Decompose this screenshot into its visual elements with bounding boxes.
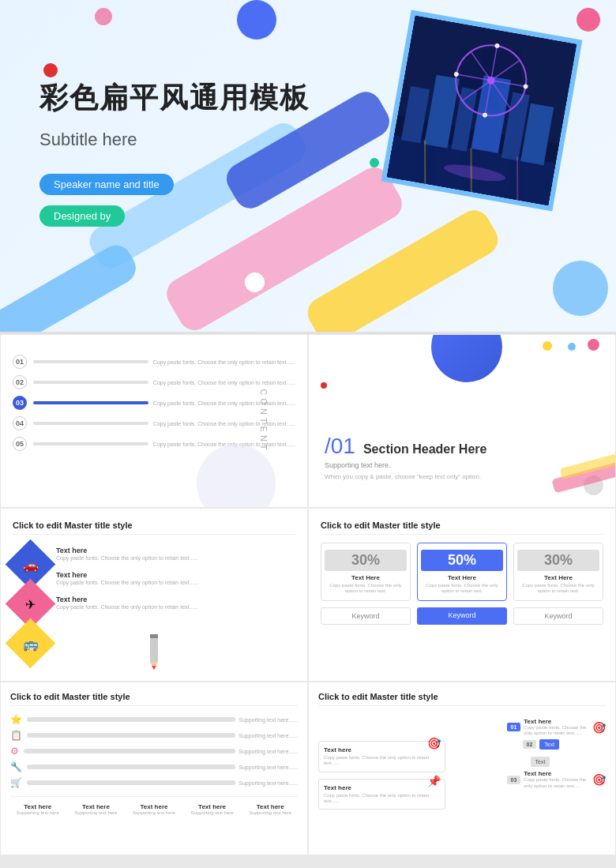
content-item-4: 04 Copy paste fonts. Choose the only opt… xyxy=(13,416,295,430)
section-cyan-dot xyxy=(568,343,576,351)
slide-content-list: 01 Copy paste fonts. Choose the only opt… xyxy=(0,334,308,508)
slide4-title: Click to edit Master title style xyxy=(13,520,295,535)
feature-line-4 xyxy=(27,765,235,769)
diag-label-2: Text here xyxy=(56,571,295,579)
stat-percent-3: 30% xyxy=(517,550,599,571)
flow-right-item-01: 01 Text here Copy paste fonts. Choose th… xyxy=(507,718,607,736)
content-item-1: 01 Copy paste fonts. Choose the only opt… xyxy=(13,355,295,369)
feat-box-sub-3: Supporting text here xyxy=(126,810,182,815)
feature-line-3 xyxy=(24,749,235,753)
feature-row-5: 🛒 Supporting text here...... xyxy=(10,777,298,788)
feat-box-title-5: Text here xyxy=(242,803,298,810)
pencil-decoration xyxy=(142,634,166,677)
feature-text-2: Supporting text here...... xyxy=(239,733,298,738)
diagram-text-3: Text here Copy paste fonts. Choose the o… xyxy=(56,596,295,611)
feature-icon-2: 📋 xyxy=(10,730,22,741)
section-pink-dot xyxy=(588,339,599,351)
feature-text-3: Supporting text here...... xyxy=(239,749,298,754)
diag-label-3: Text here xyxy=(56,596,295,603)
flow-text-left-2: Text here xyxy=(324,784,440,791)
content-line-2 xyxy=(33,381,148,384)
feat-box-title-1: Text here xyxy=(10,803,66,810)
diagram-text-2: Text here Copy paste fonts. Choose the o… xyxy=(56,571,295,586)
section-red-dot xyxy=(321,382,327,389)
feat-box-sub-1: Supporting text here xyxy=(10,810,66,815)
content-text-2: Copy paste fonts. Choose the only option… xyxy=(153,380,295,385)
stripe-yellow xyxy=(302,205,503,332)
content-text-4: Copy paste fonts. Choose the only option… xyxy=(153,421,295,426)
stat-card-3: 30% Text Here Copy paste fonts. Choose t… xyxy=(513,543,603,601)
svg-rect-26 xyxy=(150,634,158,638)
flow-right-title-03: Text here xyxy=(524,770,589,777)
feat-box-sub-2: Supporting text here xyxy=(69,810,124,815)
section-header-text: Section Header Here xyxy=(363,442,487,457)
diagram-text-blocks: Text here Copy paste fonts. Choose the o… xyxy=(56,547,295,611)
hero-content: 彩色扁平风通用模板 Subtitle here Speaker name and… xyxy=(39,79,310,227)
feature-text-5: Supporting text here...... xyxy=(239,780,298,786)
diamond-blue-wrap: 🚗 xyxy=(13,547,48,582)
content-line-4 xyxy=(33,422,148,425)
section-support: Supporting text here. xyxy=(325,461,599,469)
flow-right-desc-01: Copy paste fonts. Choose the only option… xyxy=(524,725,589,736)
feature-row-4: 🔧 Supporting text here...... xyxy=(10,761,298,772)
flow-right-content-01: Text here Copy paste fonts. Choose the o… xyxy=(524,718,589,736)
feature-icon-5: 🛒 xyxy=(10,777,22,788)
keyword-btn-2[interactable]: Keyword xyxy=(417,607,507,625)
hero-title: 彩色扁平风通用模板 xyxy=(39,79,310,118)
slide5-title: Click to edit Master title style xyxy=(321,520,603,535)
keyword-row: Keyword Keyword Keyword xyxy=(321,607,603,625)
feature-icon-4: 🔧 xyxy=(10,761,22,772)
circle-pink-right xyxy=(577,8,600,32)
slide-features: Click to edit Master title style ⭐ Suppo… xyxy=(0,682,308,855)
flow-right-content-03: Text here Copy paste fonts. Choose the o… xyxy=(524,770,589,788)
content-item-2: 02 Copy paste fonts. Choose the only opt… xyxy=(13,375,295,389)
stats-grid: 30% Text Here Copy paste fonts. Choose t… xyxy=(321,543,603,601)
keyword-btn-3[interactable]: Keyword xyxy=(513,607,603,625)
feature-row-3: ⚙ Supporting text here...... xyxy=(10,746,298,757)
circle-teal xyxy=(370,158,379,167)
content-line-1 xyxy=(33,360,148,363)
city-night-graphic xyxy=(387,16,577,206)
feature-line-1 xyxy=(27,717,235,722)
feature-row-2: 📋 Supporting text here...... xyxy=(10,730,298,741)
section-number: /01 xyxy=(325,434,355,459)
flow-num-01: 01 xyxy=(507,723,521,731)
stat-desc-1: Copy paste fonts. Choose the only option… xyxy=(325,583,407,594)
diamond-yellow-icon: 🚌 xyxy=(23,636,39,651)
keyword-btn-1[interactable]: Keyword xyxy=(321,607,411,625)
designed-tag[interactable]: Designed by xyxy=(39,205,125,227)
circle-red-sm xyxy=(43,63,58,77)
circle-pink-top xyxy=(95,8,112,25)
flow-right-desc-03: Copy paste fonts. Choose the only option… xyxy=(524,777,589,788)
section-header-row: /01 Section Header Here xyxy=(325,394,599,459)
section-content: /01 Section Header Here Supporting text … xyxy=(325,394,599,480)
slide6-title: Click to edit Master title style xyxy=(10,692,298,706)
feat-box-2: Text here Supporting text here xyxy=(69,803,124,815)
content-items: 01 Copy paste fonts. Choose the only opt… xyxy=(13,355,295,451)
slide-hero: 彩色扁平风通用模板 Subtitle here Speaker name and… xyxy=(0,0,616,332)
flow-icon-left-2: 📌 xyxy=(427,775,441,787)
flow-card-left-1: Text here Copy paste fonts. Choose the o… xyxy=(318,741,445,772)
stat-percent-1: 30% xyxy=(325,550,407,571)
flow-num-03: 03 xyxy=(507,776,521,784)
stat-label-3: Text Here xyxy=(517,574,599,581)
circle-cyan-bottom xyxy=(553,261,608,316)
speaker-tag[interactable]: Speaker name and title xyxy=(39,174,174,195)
flow-right-icon-03: 🎯 xyxy=(592,773,606,786)
flow-layout: Text here Copy paste fonts. Choose the o… xyxy=(318,714,606,836)
feat-box-1: Text here Supporting text here xyxy=(10,803,66,815)
flow-right-icon-01: 🎯 xyxy=(592,721,606,734)
flow-right-item-02: 02 Text xyxy=(523,739,607,750)
feat-box-title-4: Text here xyxy=(185,803,240,810)
slide2-deco xyxy=(197,444,276,508)
ferris-wheel-svg xyxy=(387,16,577,206)
flow-icon-left-1: 🎯 xyxy=(427,737,441,750)
content-text-3: Copy paste fonts. Choose the only option… xyxy=(153,400,295,406)
feat-box-sub-5: Supporting text here xyxy=(242,810,298,815)
diagram-text-1: Text here Copy paste fonts. Choose the o… xyxy=(56,547,295,562)
flow-desc-left-1: Copy paste fonts. Choose the only option… xyxy=(324,755,440,766)
feature-line-2 xyxy=(27,733,235,738)
feature-row-1: ⭐ Supporting text here...... xyxy=(10,714,298,725)
feature-line-5 xyxy=(27,780,235,785)
flow-right-item-03-inner: Text xyxy=(531,753,607,767)
